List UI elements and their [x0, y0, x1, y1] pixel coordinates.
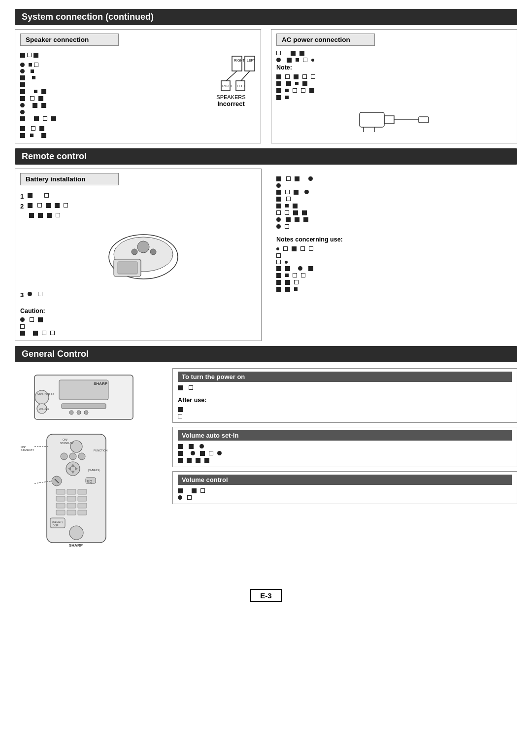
step3-label: 3	[20, 291, 24, 300]
va-3	[178, 457, 512, 463]
sq-va3	[178, 451, 183, 456]
sq-b6	[38, 213, 43, 218]
sq-outline-nc6	[293, 273, 297, 277]
note-label: Note:	[276, 64, 292, 72]
sq-outline-nc8	[294, 280, 299, 284]
nc-2	[276, 252, 512, 258]
dot2	[20, 69, 25, 73]
ac-svg	[350, 105, 438, 135]
sq-vc2	[192, 488, 197, 493]
sq-outline-c2	[20, 324, 25, 329]
svg-rect-55	[78, 489, 87, 494]
sp-b-2	[20, 132, 256, 138]
sq-ac9	[276, 88, 281, 93]
sp-row-9	[20, 109, 201, 114]
sq6	[41, 89, 46, 94]
speaker-connection-col: Speaker connection	[15, 29, 261, 143]
turn-power-header: To turn the power on	[178, 372, 512, 382]
sq-sm-ac2	[295, 82, 299, 85]
sp-row-10	[20, 115, 201, 121]
va-2	[178, 450, 512, 456]
svg-text:（CLEAR）: （CLEAR）	[51, 520, 64, 523]
svg-text:STAND-BY: STAND-BY	[21, 448, 34, 451]
ac-connection-subheader: AC power connection	[276, 34, 375, 46]
svg-point-32	[84, 411, 88, 414]
volume-auto-box: Volume auto set-in	[172, 427, 517, 467]
step-2b-row	[20, 212, 256, 218]
dot-va2	[191, 451, 195, 455]
incorrect-label: Incorrect	[217, 100, 245, 107]
notes-concerning: Notes concerning use:	[276, 236, 512, 292]
svg-text:DISP: DISP	[53, 524, 59, 527]
svg-point-40	[69, 453, 76, 460]
sq12	[34, 116, 39, 121]
dot-nc1	[298, 266, 302, 271]
sq-tp2	[178, 407, 183, 412]
vc-2	[178, 494, 512, 500]
dot-va3	[217, 451, 222, 455]
remote-right-rows	[276, 175, 512, 229]
sq-rr7	[293, 204, 298, 208]
sq-nc7	[285, 280, 290, 285]
rr-6	[276, 209, 512, 215]
svg-rect-62	[56, 510, 65, 515]
sq-ac8	[302, 81, 307, 86]
nc-1	[276, 245, 512, 251]
sq-outline-nc1	[283, 246, 288, 251]
sq-outline-c3	[42, 331, 46, 335]
sq-outline-rr1	[286, 176, 291, 181]
ac-r1	[276, 50, 512, 56]
page-container: System connection (continued) Speaker co…	[0, 0, 532, 617]
sq-nc1	[292, 246, 297, 251]
sq-outline3	[30, 96, 34, 101]
device-svg: ON/STAND-BY VOLUME SHARP ON/	[20, 370, 158, 567]
svg-line-5	[241, 71, 250, 81]
speaker-content: RIGHT LEFT RIGHT LEFT	[20, 49, 256, 122]
tp-2	[178, 406, 512, 412]
sq11	[20, 116, 25, 121]
svg-point-21	[150, 249, 156, 255]
sq17	[41, 133, 46, 138]
sq-sm-ac4	[285, 96, 289, 99]
rr-3	[276, 189, 512, 195]
svg-line-4	[226, 71, 237, 81]
caution-header: Caution:	[20, 307, 256, 316]
sq-outline-ac1	[276, 51, 281, 55]
sq-outline-vc2	[187, 495, 192, 500]
sq-rr9	[302, 210, 307, 215]
dot-rr3	[304, 190, 309, 194]
rr-8	[276, 223, 512, 229]
ac-r2	[276, 57, 512, 63]
sq-ac10	[309, 88, 314, 93]
sq-rr3	[276, 190, 281, 195]
ac-r5	[276, 87, 512, 93]
sq-nc9	[285, 287, 290, 292]
remote-cols: Battery installation 1 2	[15, 169, 517, 341]
sq-outline-b2	[37, 203, 42, 207]
caution-row-1	[20, 316, 256, 322]
sq-outline-tp2	[178, 414, 182, 418]
sq-b2	[28, 203, 33, 208]
notes-header: Notes concerning use:	[276, 236, 512, 244]
svg-point-22	[132, 249, 137, 255]
svg-text:RIGHT: RIGHT	[222, 84, 233, 88]
system-connection-cols: Speaker connection	[15, 29, 517, 143]
dot-rr5	[276, 224, 281, 229]
sp-row-6	[20, 88, 201, 94]
dot-rr2	[276, 183, 281, 188]
svg-text:LEFT: LEFT	[247, 59, 256, 62]
sq-va5	[178, 458, 183, 463]
ac-connection-col: AC power connection Note:	[271, 29, 517, 143]
sq-rr5	[276, 197, 281, 202]
sq-sm3	[32, 76, 35, 79]
general-control-header: General Control	[15, 346, 517, 362]
dot4	[20, 110, 25, 114]
svg-text:SHARP: SHARP	[94, 381, 108, 386]
sq-va8	[204, 458, 209, 463]
sq-outline-ac6	[293, 88, 297, 93]
svg-text:LEFT: LEFT	[237, 84, 246, 88]
sq-sm-nc1	[285, 274, 289, 277]
sq10	[41, 103, 46, 108]
dot-vc1	[178, 495, 182, 500]
dot-rr4	[276, 217, 281, 222]
